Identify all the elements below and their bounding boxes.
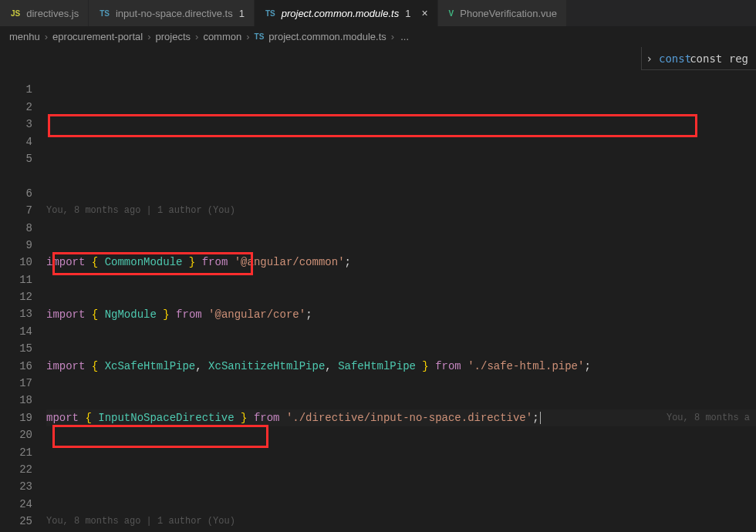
editor-tabs: JS directives.js TS input-no-space.direc… (0, 0, 756, 27)
tab-project-common-module[interactable]: TS project.common.module.ts 1 × (255, 0, 438, 26)
tab-label: directives.js (26, 8, 79, 19)
tab-label: PhoneVerification.vue (460, 8, 557, 19)
sticky-label: const (659, 52, 691, 65)
close-icon[interactable]: × (421, 8, 427, 19)
sticky-text: const reg (690, 52, 748, 65)
editor[interactable]: 1 2 3 4 5 6 7 8 9 10 11 12 13 14 15 16 1… (0, 47, 756, 532)
git-blame-annotation: You, 8 months ago | 1 author (You) (46, 513, 756, 530)
tab-input-no-space[interactable]: TS input-no-space.directive.ts 1 (89, 0, 255, 26)
code-area[interactable]: You, 8 months ago | 1 author (You) impor… (46, 47, 756, 532)
breadcrumb-segment[interactable]: projects (156, 31, 191, 42)
ts-icon: TS (255, 32, 265, 41)
dirty-indicator: 1 (405, 8, 410, 19)
tab-phone-verification[interactable]: V PhoneVerification.vue (438, 0, 567, 26)
sticky-scroll[interactable]: › const const reg (641, 47, 756, 70)
ts-icon: TS (98, 8, 111, 19)
breadcrumb-segment[interactable]: eprocurement-portal (52, 31, 143, 42)
code-line[interactable]: import { XcSafeHtmlPipe, XcSanitizeHtmlP… (46, 358, 756, 375)
js-icon: JS (9, 8, 22, 19)
dirty-indicator: 1 (239, 8, 245, 19)
breadcrumb-segment[interactable]: menhu (9, 31, 40, 42)
vue-icon: V (447, 8, 456, 19)
breadcrumb-file[interactable]: project.common.module.ts (268, 31, 386, 42)
breadcrumb[interactable]: menhu› eprocurement-portal› projects› co… (0, 27, 756, 47)
chevron-right-icon: › (245, 31, 251, 42)
chevron-right-icon: › (194, 31, 200, 42)
chevron-right-icon: › (646, 52, 653, 65)
code-line[interactable]: import { CommonModule } from '@angular/c… (46, 254, 756, 271)
code-line[interactable]: mport { InputNoSpaceDirective } from './… (46, 409, 756, 426)
code-line[interactable] (46, 461, 756, 478)
tab-label: project.common.module.ts (282, 8, 399, 19)
breadcrumb-segment[interactable]: common (203, 31, 241, 42)
text-cursor (540, 412, 541, 424)
git-blame-annotation: You, 8 months ago | 1 author (You) (46, 202, 756, 219)
chevron-right-icon: › (390, 31, 396, 42)
chevron-right-icon: › (146, 31, 152, 42)
highlight-box (52, 425, 268, 448)
line-number-gutter: 1 2 3 4 5 6 7 8 9 10 11 12 13 14 15 16 1… (0, 47, 46, 532)
breadcrumb-ellipsis[interactable]: ... (400, 31, 409, 42)
git-blame-inline: You, 8 months a (667, 409, 750, 426)
ts-icon: TS (264, 8, 277, 19)
code-line[interactable]: import { NgModule } from '@angular/core'… (46, 306, 756, 323)
tab-label: input-no-space.directive.ts (116, 8, 233, 19)
tab-directives-js[interactable]: JS directives.js (0, 0, 89, 26)
chevron-right-icon: › (43, 31, 49, 42)
highlight-box (48, 114, 697, 137)
